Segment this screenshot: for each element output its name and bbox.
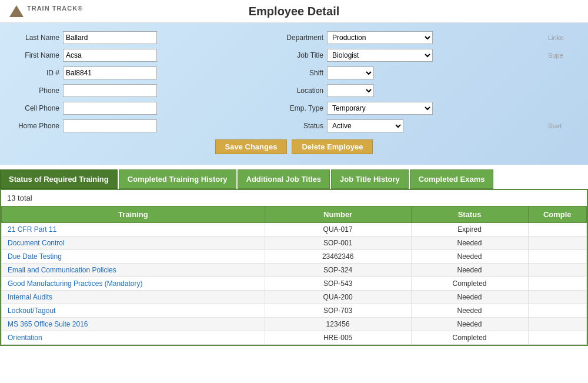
training-link[interactable]: 21 CFR Part 11 [8,225,56,234]
cell-phone-label: Cell Phone [9,104,59,112]
total-label: 13 total [1,190,587,206]
shift-row: Shift Day Night [282,65,543,81]
training-link[interactable]: MS 365 Office Suite 2016 [8,320,88,328]
cell-training: Lockout/Tagout [2,304,265,318]
cell-number: QUA-200 [265,291,411,304]
form-left-col: Last Name First Name ID # Phone Cell Pho… [9,30,270,134]
col-header-number: Number [265,207,411,223]
id-input[interactable] [63,66,157,79]
cell-training: Document Control [2,237,265,250]
cell-training: Good Manufacturing Practices (Mandatory) [2,277,265,291]
start-partial-label: Start [548,122,562,129]
logo-name: TRAIN TRACK [27,5,78,12]
emp-type-row: Emp. Type Temporary Full-Time Part-Time [282,101,543,116]
emp-type-select[interactable]: Temporary Full-Time Part-Time [327,102,433,115]
department-select[interactable]: Production Engineering Quality HR [327,31,433,44]
home-phone-label: Home Phone [9,122,59,130]
last-name-label: Last Name [9,34,59,42]
id-row: ID # [9,65,270,81]
training-link[interactable]: Email and Communication Policies [8,266,116,274]
tab-completed-exams[interactable]: Completed Exams [410,169,494,189]
training-link[interactable]: Internal Audits [8,293,52,301]
col-header-training: Training [2,207,265,223]
first-name-row: First Name [9,48,270,63]
header: TRAIN TRACK® Employee Detail [0,0,588,23]
training-link[interactable]: Lockout/Tagout [8,307,55,315]
cell-number: SOP-703 [265,304,411,318]
delete-button[interactable]: Delete Employee [292,139,373,154]
cell-status: Completed [411,277,528,291]
first-name-label: First Name [9,51,59,59]
training-table: Training Number Status Comple 21 CFR Par… [1,206,587,345]
logo-text: TRAIN TRACK® [27,5,83,18]
cell-training: Internal Audits [2,291,265,304]
col-header-completed: Comple [528,207,587,223]
first-name-input[interactable] [63,49,157,62]
last-name-input[interactable] [63,31,157,44]
tab-additional-job-titles[interactable]: Additional Job Titles [238,169,330,189]
button-row: Save Changes Delete Employee [9,134,579,158]
logo-area: TRAIN TRACK® [9,5,83,18]
cell-training: Due Date Testing [2,250,265,264]
table-row: Document ControlSOP-001Needed [2,237,587,250]
form-right-col: Linke Supe Start [543,30,579,134]
cell-completed [528,264,587,277]
status-select[interactable]: Active Inactive [327,119,403,132]
tab-job-title-history[interactable]: Job Title History [331,169,409,189]
cell-status: Expired [411,223,528,237]
cell-completed [528,304,587,318]
training-link[interactable]: Good Manufacturing Practices (Mandatory) [8,279,142,288]
cell-training: MS 365 Office Suite 2016 [2,318,265,331]
cell-status: Needed [411,264,528,277]
cell-number: QUA-017 [265,223,411,237]
training-link[interactable]: Orientation [8,334,42,342]
logo-triangle-icon [9,5,24,17]
department-row: Department Production Engineering Qualit… [282,30,543,45]
linked-partial-label: Linke [548,34,563,41]
page-title: Employee Detail [249,5,340,18]
table-row: Good Manufacturing Practices (Mandatory)… [2,277,587,291]
cell-number: 23462346 [265,250,411,264]
training-link[interactable]: Document Control [8,239,65,247]
cell-completed [528,318,587,331]
cell-number: SOP-001 [265,237,411,250]
cell-completed [528,277,587,291]
table-row: Due Date Testing23462346Needed [2,250,587,264]
table-row: Lockout/TagoutSOP-703Needed [2,304,587,318]
tabs-row: Status of Required Training Completed Tr… [0,169,588,189]
location-row: Location Site A Site B [282,83,543,98]
tab-status-required-training[interactable]: Status of Required Training [0,169,118,189]
cell-status: Needed [411,291,528,304]
logo-reg: ® [78,5,83,12]
department-label: Department [282,34,323,42]
phone-input[interactable] [63,84,157,97]
form-area: Last Name First Name ID # Phone Cell Pho… [0,23,588,165]
shift-select[interactable]: Day Night [327,66,374,79]
tab-completed-training-history[interactable]: Completed Training History [119,169,236,189]
cell-training: Orientation [2,331,265,345]
super-partial-label: Supe [548,52,563,59]
home-phone-input[interactable] [63,119,157,132]
cell-training: Email and Communication Policies [2,264,265,277]
cell-completed [528,331,587,345]
save-button[interactable]: Save Changes [215,139,288,154]
cell-status: Needed [411,318,528,331]
table-row: Internal AuditsQUA-200Needed [2,291,587,304]
table-area: 13 total Training Number Status Comple 2… [0,189,588,346]
home-phone-row: Home Phone [9,118,270,134]
cell-phone-row: Cell Phone [9,101,270,116]
last-name-row: Last Name [9,30,270,45]
location-select[interactable]: Site A Site B [327,84,374,97]
cell-phone-input[interactable] [63,102,157,115]
table-row: OrientationHRE-005Completed [2,331,587,345]
job-title-row: Job Title Biologist Engineer Manager [282,48,543,63]
form-middle-col: Department Production Engineering Qualit… [270,30,543,134]
job-title-label: Job Title [282,51,323,59]
cell-completed [528,223,587,237]
cell-completed [528,250,587,264]
job-title-select[interactable]: Biologist Engineer Manager [327,49,433,62]
col-header-status: Status [411,207,528,223]
training-link[interactable]: Due Date Testing [8,252,62,261]
cell-number: HRE-005 [265,331,411,345]
phone-label: Phone [9,86,59,95]
